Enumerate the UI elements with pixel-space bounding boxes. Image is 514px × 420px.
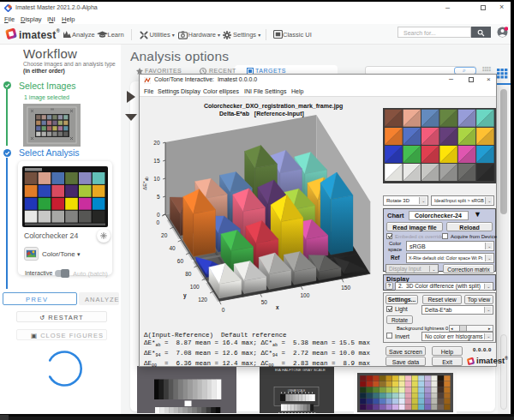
svg-text:x: x [276,304,279,310]
svg-text:ΔE*ab: ΔE*ab [142,177,149,190]
svg-text:y: y [183,292,187,299]
svg-text:5: 5 [157,194,160,200]
svg-text:20: 20 [153,140,160,146]
svg-text:60: 60 [177,258,184,264]
svg-text:0: 0 [157,212,160,218]
svg-text:50: 50 [261,299,268,305]
svg-text:100: 100 [190,284,200,290]
svg-text:10: 10 [153,176,160,182]
svg-text:100: 100 [300,292,309,298]
svg-text:40: 40 [169,245,176,251]
svg-text:0: 0 [222,307,225,313]
svg-text:15: 15 [153,158,160,164]
svg-text:20: 20 [161,232,168,238]
svg-text:0: 0 [156,219,159,225]
svg-text:150: 150 [341,285,350,291]
svg-text:120: 120 [198,297,207,303]
svg-text:80: 80 [185,271,192,277]
